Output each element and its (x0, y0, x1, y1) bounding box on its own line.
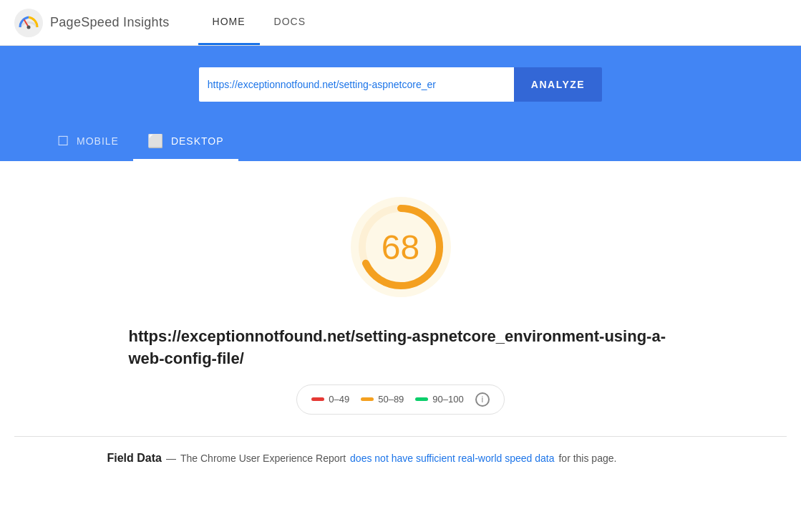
mobile-icon: ☐ (57, 133, 69, 149)
blue-banner: ANALYZE ☐ MOBILE ⬜ DESKTOP (0, 46, 801, 161)
field-data-intro-text: The Chrome User Experience Report (180, 451, 346, 466)
legend-info-icon[interactable]: i (475, 392, 490, 407)
logo-area: PageSpeed Insights (14, 9, 170, 37)
desktop-icon: ⬜ (147, 133, 164, 149)
svg-point-2 (27, 25, 31, 29)
legend-dot-orange (361, 397, 374, 401)
legend-item-medium: 50–89 (361, 394, 404, 405)
device-tab-desktop[interactable]: ⬜ DESKTOP (133, 123, 238, 161)
app-title: PageSpeed Insights (50, 15, 170, 30)
analyze-button[interactable]: ANALYZE (514, 67, 602, 102)
score-legend: 0–49 50–89 90–100 i (296, 385, 504, 415)
url-input[interactable] (208, 79, 505, 90)
field-data-section: Field Data — The Chrome User Experience … (79, 451, 723, 470)
pagespeed-logo-icon (14, 9, 43, 37)
score-circle-container: 68 (344, 190, 458, 304)
divider (14, 436, 787, 437)
nav-tabs: HOME DOCS (198, 0, 320, 45)
header: PageSpeed Insights HOME DOCS (0, 0, 801, 46)
legend-dot-red (311, 397, 324, 401)
field-data-trailing-text: for this page. (558, 451, 616, 466)
url-bar-row: ANALYZE (14, 67, 787, 102)
nav-tab-home[interactable]: HOME (198, 0, 260, 45)
result-url: https://exceptionnotfound.net/setting-as… (129, 326, 673, 370)
device-tab-mobile[interactable]: ☐ MOBILE (43, 123, 133, 161)
nav-tab-docs[interactable]: DOCS (260, 0, 320, 45)
legend-item-low: 0–49 (311, 394, 349, 405)
device-tabs: ☐ MOBILE ⬜ DESKTOP (14, 123, 787, 161)
field-data-link[interactable]: does not have sufficient real-world spee… (350, 453, 554, 464)
main-content: 68 https://exceptionnotfound.net/setting… (0, 161, 801, 492)
field-data-dash: — (166, 453, 176, 464)
field-data-title-row: Field Data — The Chrome User Experience … (107, 451, 694, 466)
url-input-wrapper (199, 67, 514, 102)
legend-item-high: 90–100 (415, 394, 463, 405)
legend-dot-green (415, 397, 428, 401)
score-number: 68 (382, 228, 419, 267)
field-data-title: Field Data (107, 452, 162, 465)
